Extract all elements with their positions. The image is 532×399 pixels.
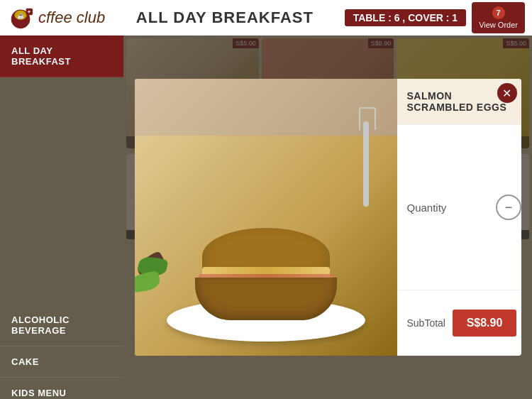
quantity-row: Quantity − 1 + <box>397 125 521 290</box>
croissant-bottom <box>195 278 337 320</box>
modal-footer: SubTotal S$8.90 ADD TO ORDER <box>397 290 521 356</box>
sandwich-illustration <box>149 157 383 341</box>
sidebar-item-breakfast[interactable]: ALL DAY BREAKFAST <box>0 35 123 77</box>
header-title: ALL DAY BREAKFAST <box>136 9 314 27</box>
svg-text:☕: ☕ <box>17 12 25 20</box>
image-bg-top <box>135 79 397 136</box>
croissant <box>195 228 337 320</box>
subtotal-label: SubTotal <box>407 317 445 329</box>
decrease-quantity-button[interactable]: − <box>496 195 521 220</box>
order-count-badge: 7 <box>492 6 505 19</box>
sidebar-item-cake[interactable]: CAKE <box>0 346 123 378</box>
product-image <box>135 79 397 356</box>
sidebar-item-kids-menu[interactable]: KIDS MENU <box>0 378 123 399</box>
header: ☕ ✦ cffee club ALL DAY BREAKFAST TABLE :… <box>0 0 532 35</box>
view-order-label: View Order <box>479 21 518 29</box>
table-info: TABLE : 6 , COVER : 1 <box>345 9 467 26</box>
modal-body: SALMON SCRAMBLED EGGS S$8.90 Quantity − … <box>135 79 521 356</box>
view-order-button[interactable]: 7 View Order <box>472 2 525 33</box>
svg-text:✦: ✦ <box>27 9 31 14</box>
logo-icon: ☕ ✦ <box>7 4 34 31</box>
quantity-label: Quantity <box>407 202 487 214</box>
modal-close-button[interactable]: ✕ <box>497 83 517 103</box>
modal-overlay: ✕ <box>123 35 532 399</box>
subtotal-price: S$8.90 <box>453 310 516 337</box>
main-layout: ALL DAY BREAKFAST ALCOHOLIC BEVERAGE CAK… <box>0 35 532 399</box>
content-area: + Add CROISSANT S$5.00 + Add SCRAMBLED E… <box>123 35 532 399</box>
modal-right-panel: SALMON SCRAMBLED EGGS S$8.90 Quantity − … <box>397 79 521 356</box>
sidebar: ALL DAY BREAKFAST ALCOHOLIC BEVERAGE CAK… <box>0 35 123 399</box>
greens-decoration <box>135 249 192 292</box>
logo-text: cffee club <box>38 9 105 27</box>
product-modal: ✕ <box>135 79 521 356</box>
sidebar-item-alcoholic[interactable]: ALCOHOLIC BEVERAGE <box>0 305 123 346</box>
logo-area: ☕ ✦ cffee club <box>7 4 105 31</box>
